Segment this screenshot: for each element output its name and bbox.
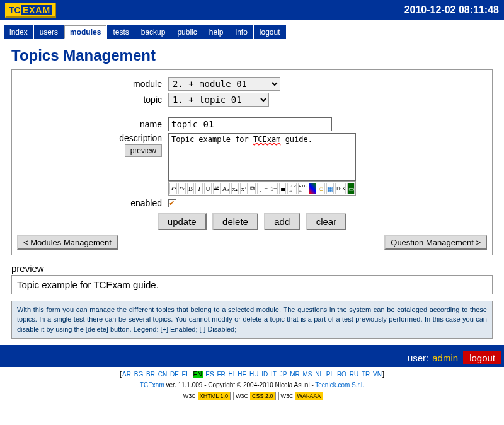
lang-CN[interactable]: CN [158,371,167,378]
delete-button[interactable]: delete [212,213,258,230]
lang-DE[interactable]: DE [170,371,179,378]
lang-AR[interactable]: AR [122,371,131,378]
copyright: TCExam ver. 11.1.009 - Copyright © 2004-… [0,381,504,388]
user-label: user: [408,352,428,363]
strike-icon[interactable]: ᴬᴮ [213,183,220,194]
lang-NL[interactable]: NL [315,371,323,378]
badge-WAI-AAA[interactable]: W3CWAI-AAA [278,392,324,400]
main-nav: indexusersmodulestestsbackuppublichelpin… [0,20,504,39]
logout-button[interactable]: logout [463,351,501,364]
redo-icon[interactable]: ↷ [178,183,186,194]
badge-XHTML10[interactable]: W3CXHTML 1.0 [181,392,231,400]
editor-toolbar: ↶ ↷ B I U ᴬᴮ Aₐ x₂ x² ⧉ ⋮≡ 1≡ ≣ LTR→ RTL… [168,181,356,196]
enabled-checkbox[interactable] [168,199,176,207]
color-icon[interactable] [309,183,316,194]
next-section-button[interactable]: Question Management > [384,235,487,250]
page-title: Topics Management [0,39,504,69]
nav-tests[interactable]: tests [107,25,134,39]
module-label: module [17,79,168,89]
bold-icon[interactable]: B [187,183,195,194]
logo: TCEXAM [5,3,56,18]
link-icon[interactable]: ⧉ [249,183,256,194]
preview-box: Topic example for TCExam guide. [11,275,493,294]
prev-section-button[interactable]: < Modules Management [17,235,118,250]
lang-EL[interactable]: EL [182,371,190,378]
update-button[interactable]: update [158,213,207,230]
preview-label: preview [11,263,493,274]
nav-modules[interactable]: modules [64,25,106,39]
topic-label: topic [17,95,168,105]
underline-icon[interactable]: U [204,183,212,194]
user-name: admin [432,352,458,363]
lang-PL[interactable]: PL [326,371,334,378]
badge-CSS20[interactable]: W3CCSS 2.0 [233,392,276,400]
nav-users[interactable]: users [34,25,64,39]
li-icon[interactable]: ≣ [279,183,287,194]
lang-HE[interactable]: HE [238,371,246,378]
w3c-badges: W3CXHTML 1.0W3CCSS 2.0W3CWAI-AAA [0,391,504,400]
italic-icon[interactable]: I [195,183,203,194]
nav-backup[interactable]: backup [135,25,171,39]
lang-RO[interactable]: RO [337,371,346,378]
tex-icon[interactable]: TEX [335,183,346,194]
lang-ES[interactable]: ES [205,371,214,378]
subscript-icon[interactable]: x₂ [231,183,239,194]
object-icon[interactable]: ▭ [347,183,355,194]
nav-help[interactable]: help [203,25,229,39]
lang-FR[interactable]: FR [217,371,225,378]
lang-HI[interactable]: HI [229,371,235,378]
topic-select[interactable]: 1. + topic 01 [168,93,269,107]
ltr-icon[interactable]: LTR→ [287,183,297,194]
ol-icon[interactable]: 1≡ [270,183,278,194]
lang-JP[interactable]: JP [280,371,287,378]
company-link[interactable]: Tecnick.com S.r.l. [315,381,364,388]
lang-VN[interactable]: VN [373,371,382,378]
lang-IT[interactable]: IT [271,371,277,378]
description-label: description preview [17,133,168,157]
name-label: name [17,119,168,129]
name-input[interactable] [168,117,332,131]
nav-logout[interactable]: logout [254,25,286,39]
lang-HU[interactable]: HU [249,371,258,378]
lang-BR[interactable]: BR [146,371,155,378]
lang-TR[interactable]: TR [362,371,370,378]
preview-button[interactable]: preview [125,144,162,157]
smiley-icon[interactable]: ☺ [318,183,325,194]
form-panel: module 2. + module 01 topic 1. + topic 0… [11,69,493,255]
timestamp: 2010-12-02 08:11:48 [404,4,499,16]
lang-EN[interactable]: EN [193,371,203,378]
nav-index[interactable]: index [4,25,33,39]
module-select[interactable]: 2. + module 01 [168,77,280,91]
help-text: With this form you can manage the differ… [11,301,493,339]
language-bar: [AR BG BR CN DE EL EN ES FR HI HE HU ID … [0,371,504,378]
undo-icon[interactable]: ↶ [169,183,177,194]
clear-button[interactable]: clear [306,213,347,230]
superscript-icon[interactable]: x² [240,183,248,194]
lang-ID[interactable]: ID [261,371,268,378]
font-case-icon[interactable]: Aₐ [222,183,230,194]
nav-info[interactable]: info [229,25,253,39]
lang-RU[interactable]: RU [350,371,358,378]
lang-MS[interactable]: MS [303,371,312,378]
lang-MR[interactable]: MR [290,371,300,378]
ul-icon[interactable]: ⋮≡ [257,183,268,194]
add-button[interactable]: add [264,213,300,230]
nav-public[interactable]: public [171,25,202,39]
enabled-label: enabled [17,198,168,208]
lang-BG[interactable]: BG [134,371,143,378]
description-textarea[interactable]: Topic example for TCExam guide. [168,133,356,181]
rtl-icon[interactable]: RTL← [298,183,307,194]
app-link[interactable]: TCExam [140,381,164,388]
image-icon[interactable]: ▦ [326,183,334,194]
